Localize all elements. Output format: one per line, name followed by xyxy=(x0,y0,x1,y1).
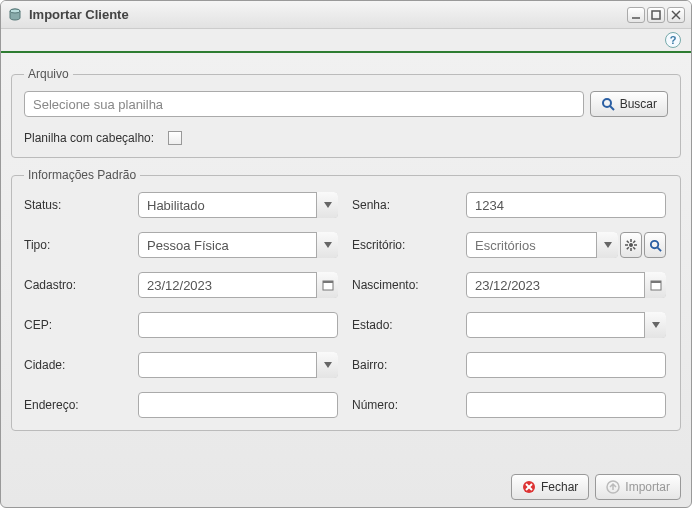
fieldset-info: Informações Padrão Status: Senha: Tipo: xyxy=(11,168,681,431)
tipo-combo[interactable] xyxy=(138,232,338,258)
senha-input[interactable] xyxy=(466,192,666,218)
cadastro-date[interactable] xyxy=(138,272,338,298)
svg-rect-20 xyxy=(323,281,333,283)
fieldset-arquivo: Arquivo Buscar Planilha com cabeçalho: xyxy=(11,67,681,158)
browse-button[interactable]: Buscar xyxy=(590,91,668,117)
svg-line-7 xyxy=(610,106,614,110)
database-icon xyxy=(7,7,23,23)
footer: Fechar Importar xyxy=(1,467,691,507)
escritorio-combo[interactable] xyxy=(466,232,618,258)
label-cidade: Cidade: xyxy=(24,358,124,372)
close-circle-icon xyxy=(522,480,536,494)
label-nascimento: Nascimento: xyxy=(352,278,452,292)
magnifier-icon xyxy=(601,97,615,111)
upload-arrow-icon xyxy=(606,480,620,494)
nascimento-date[interactable] xyxy=(466,272,666,298)
estado-combo[interactable] xyxy=(466,312,666,338)
label-bairro: Bairro: xyxy=(352,358,452,372)
bairro-input[interactable] xyxy=(466,352,666,378)
cidade-combo[interactable] xyxy=(138,352,338,378)
escritorio-settings-button[interactable] xyxy=(620,232,642,258)
calendar-icon[interactable] xyxy=(316,272,338,298)
svg-line-14 xyxy=(633,247,635,249)
svg-point-17 xyxy=(650,240,657,247)
endereco-input[interactable] xyxy=(138,392,338,418)
svg-point-1 xyxy=(10,9,20,13)
label-cadastro: Cadastro: xyxy=(24,278,124,292)
label-escritorio: Escritório: xyxy=(352,238,452,252)
import-button[interactable]: Importar xyxy=(595,474,681,500)
file-path-input[interactable] xyxy=(24,91,584,117)
svg-point-8 xyxy=(629,243,633,247)
label-cep: CEP: xyxy=(24,318,124,332)
label-numero: Número: xyxy=(352,398,452,412)
svg-line-13 xyxy=(627,241,629,243)
close-button[interactable] xyxy=(667,7,685,23)
status-combo[interactable] xyxy=(138,192,338,218)
chevron-down-icon[interactable] xyxy=(596,232,618,258)
dialog-window: Importar Cliente ? Arquivo xyxy=(0,0,692,508)
escritorio-search-button[interactable] xyxy=(644,232,666,258)
header-checkbox[interactable] xyxy=(168,131,182,145)
import-button-label: Importar xyxy=(625,480,670,494)
numero-input[interactable] xyxy=(466,392,666,418)
estado-combo-input[interactable] xyxy=(466,312,666,338)
cadastro-date-input[interactable] xyxy=(138,272,338,298)
tipo-combo-input[interactable] xyxy=(138,232,338,258)
nascimento-date-input[interactable] xyxy=(466,272,666,298)
chevron-down-icon[interactable] xyxy=(316,352,338,378)
svg-line-18 xyxy=(657,247,661,251)
toolbar: ? xyxy=(1,29,691,53)
minimize-button[interactable] xyxy=(627,7,645,23)
chevron-down-icon[interactable] xyxy=(316,232,338,258)
chevron-down-icon[interactable] xyxy=(316,192,338,218)
help-icon[interactable]: ? xyxy=(665,32,681,48)
label-endereco: Endereço: xyxy=(24,398,124,412)
gear-icon xyxy=(625,239,637,251)
cidade-combo-input[interactable] xyxy=(138,352,338,378)
maximize-button[interactable] xyxy=(647,7,665,23)
magnifier-icon xyxy=(649,239,662,252)
svg-line-15 xyxy=(633,241,635,243)
browse-button-label: Buscar xyxy=(620,97,657,111)
header-checkbox-label: Planilha com cabeçalho: xyxy=(24,131,154,145)
close-dialog-label: Fechar xyxy=(541,480,578,494)
calendar-icon[interactable] xyxy=(644,272,666,298)
legend-info: Informações Padrão xyxy=(24,168,140,182)
label-status: Status: xyxy=(24,198,124,212)
label-tipo: Tipo: xyxy=(24,238,124,252)
legend-arquivo: Arquivo xyxy=(24,67,73,81)
svg-rect-3 xyxy=(652,11,660,19)
label-senha: Senha: xyxy=(352,198,452,212)
window-title: Importar Cliente xyxy=(29,7,129,22)
cep-input[interactable] xyxy=(138,312,338,338)
close-dialog-button[interactable]: Fechar xyxy=(511,474,589,500)
chevron-down-icon[interactable] xyxy=(644,312,666,338)
svg-line-16 xyxy=(627,247,629,249)
label-estado: Estado: xyxy=(352,318,452,332)
svg-rect-22 xyxy=(651,281,661,283)
titlebar: Importar Cliente xyxy=(1,1,691,29)
svg-point-6 xyxy=(603,99,611,107)
content-area: Arquivo Buscar Planilha com cabeçalho: xyxy=(1,53,691,467)
status-combo-input[interactable] xyxy=(138,192,338,218)
